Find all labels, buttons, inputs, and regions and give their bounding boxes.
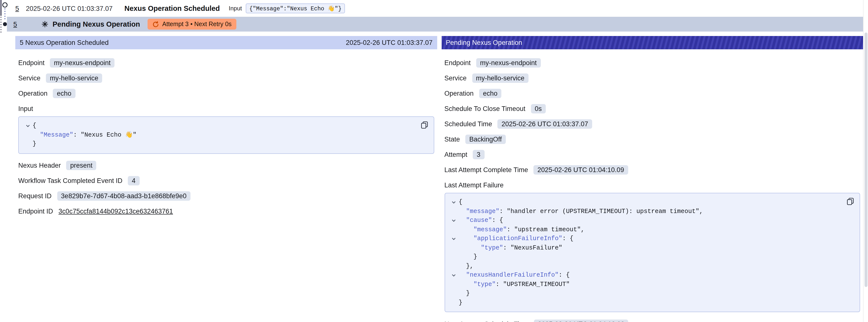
detail-row-operation: Operationecho: [444, 88, 860, 99]
event-id-link[interactable]: 5: [15, 5, 19, 12]
detail-row-endpoint: Endpointmy-nexus-endpoint: [18, 57, 434, 68]
detail-row-workflow-task-completed-event-id: Workflow Task Completed Event ID4: [18, 175, 434, 186]
detail-row-scheduled-time: Scheduled Time2025-02-26 UTC 01:03:37.07: [444, 118, 860, 129]
detail-row-next-attempt-schedule-time: Next Attempt Schedule Time2025-02-26 UTC…: [444, 319, 860, 322]
detail-row-attempt: Attempt3: [444, 149, 860, 160]
code-line-text: "applicationFailureInfo": {: [459, 234, 574, 243]
retry-icon: [153, 21, 159, 27]
code-line-text: "message": "upstream timeout",: [459, 225, 585, 234]
copy-icon[interactable]: [421, 121, 428, 129]
detail-row-endpoint-id: Endpoint ID3c0c75ccfa8144b092c13ce632463…: [18, 206, 434, 217]
code-gutter: [449, 289, 459, 298]
detail-label: Endpoint: [444, 59, 471, 66]
detail-label: Schedule To Close Timeout: [444, 105, 525, 112]
detail-label: Scheduled Time: [444, 120, 492, 127]
pending-node-icon: [3, 22, 7, 26]
retry-attempt-text: Attempt 3 • Next Retry 0s: [162, 21, 232, 28]
event-input-label: Input: [229, 5, 242, 12]
event-timestamp: 2025-02-26 UTC 01:03:37.07: [26, 5, 113, 12]
code-line-text: "type": "UPSTREAM_TIMEOUT": [459, 280, 570, 289]
event-title: Nexus Operation Scheduled: [124, 4, 220, 12]
scrollbar-thumb[interactable]: [865, 33, 868, 287]
detail-label: Last Attempt Failure: [444, 181, 503, 189]
code-line-text: }: [33, 139, 36, 149]
endpoint-id-link[interactable]: 3c0c75ccfa8144b092c13ce632463761: [59, 207, 173, 215]
code-line-text: }: [459, 253, 477, 262]
event-node-icon: [3, 3, 7, 7]
code-line-text: }: [459, 289, 470, 298]
detail-row-endpoint: Endpointmy-nexus-endpoint: [444, 57, 860, 68]
code-gutter: [449, 243, 459, 253]
scrollbar[interactable]: [863, 0, 868, 322]
pending-id-link[interactable]: 5: [13, 21, 17, 28]
detail-label: Attempt: [444, 151, 467, 158]
code-line-text: "type": "NexusFailure": [459, 243, 562, 253]
detail-label: Request ID: [18, 192, 52, 200]
code-gutter: [449, 253, 459, 262]
detail-label: Service: [18, 74, 40, 82]
collapse-chevron-icon[interactable]: [449, 271, 459, 280]
input-json-block: { "Message": "Nexus Echo 👋"}: [18, 117, 434, 154]
attempt-value-badge: 3: [473, 150, 484, 159]
detail-label: Service: [444, 74, 467, 82]
code-line-text: "nexusHandlerFailureInfo": {: [459, 271, 570, 280]
detail-label: Nexus Header: [18, 162, 61, 169]
code-gutter: [449, 280, 459, 289]
pending-panel-title: Pending Nexus Operation: [446, 39, 522, 46]
operation-value-badge: echo: [53, 89, 75, 98]
event-panel-timestamp: 2025-02-26 UTC 01:03:37.07: [346, 39, 433, 46]
code-line-text: {: [33, 121, 36, 130]
pending-title: Pending Nexus Operation: [53, 20, 140, 28]
detail-label: Operation: [18, 90, 48, 97]
endpoint-value-badge: my-nexus-endpoint: [476, 58, 541, 67]
last-attempt-failure-json-block: { "message": "handler error (UPSTREAM_TI…: [444, 193, 860, 312]
detail-row-request-id: Request ID3e829b7e-7d67-4b08-aad3-b1e868…: [18, 191, 434, 201]
operation-value-badge: echo: [479, 89, 502, 98]
event-input-chip: {"Message":"Nexus Echo 👋"}: [246, 3, 345, 13]
detail-label: Endpoint ID: [18, 207, 53, 215]
collapse-chevron-icon[interactable]: [449, 216, 459, 225]
code-gutter: [449, 262, 459, 271]
detail-label: Operation: [444, 90, 474, 97]
detail-row-schedule-to-close-timeout: Schedule To Close Timeout0s: [444, 103, 860, 114]
detail-row-last-attempt-failure: Last Attempt Failure: [444, 180, 860, 190]
detail-row-nexus-header: Nexus Headerpresent: [18, 160, 434, 171]
detail-label: Last Attempt Complete Time: [444, 166, 528, 173]
event-panel-header: 5 Nexus Operation Scheduled 2025-02-26 U…: [15, 36, 437, 49]
scheduled-time-value-badge: 2025-02-26 UTC 01:03:37.07: [498, 119, 592, 128]
event-detail-panel: 5 Nexus Operation Scheduled 2025-02-26 U…: [15, 36, 437, 221]
event-panel-title: 5 Nexus Operation Scheduled: [20, 39, 108, 46]
detail-row-operation: Operationecho: [18, 88, 434, 99]
next-attempt-schedule-time-value-badge: 2025-02-26 UTC 01:04:13.93: [534, 319, 628, 322]
detail-label: Next Attempt Schedule Time: [444, 320, 528, 322]
collapse-chevron-icon[interactable]: [449, 234, 459, 243]
code-line-text: }: [459, 298, 462, 307]
code-line-text: "Message": "Nexus Echo 👋": [33, 130, 136, 139]
code-gutter: [449, 298, 459, 307]
detail-panels: 5 Nexus Operation Scheduled 2025-02-26 U…: [15, 36, 863, 322]
event-panel-body: Endpointmy-nexus-endpointServicemy-hello…: [15, 49, 437, 217]
collapse-chevron-icon[interactable]: [449, 198, 459, 207]
pending-panel-body: Endpointmy-nexus-endpointServicemy-hello…: [441, 49, 863, 322]
copy-icon[interactable]: [847, 198, 854, 205]
nexus-header-value-badge: present: [66, 161, 96, 170]
pending-asterisk-icon: [41, 21, 48, 28]
pending-operation-row[interactable]: 5 Pending Nexus Operation Attempt 3 • Ne…: [7, 17, 863, 32]
detail-label: Workflow Task Completed Event ID: [18, 177, 122, 185]
service-value-badge: my-hello-service: [46, 73, 102, 83]
pending-panel-header: Pending Nexus Operation: [441, 36, 863, 49]
collapse-chevron-icon[interactable]: [23, 121, 33, 130]
detail-row-service: Servicemy-hello-service: [444, 72, 860, 83]
detail-row-input: Input: [18, 103, 434, 114]
code-gutter: [449, 225, 459, 234]
schedule-to-close-timeout-value-badge: 0s: [531, 104, 546, 113]
retry-attempt-badge: Attempt 3 • Next Retry 0s: [148, 19, 237, 30]
state-value-badge: BackingOff: [465, 134, 506, 144]
code-line-text: },: [459, 262, 473, 271]
last-attempt-complete-time-value-badge: 2025-02-26 UTC 01:04:10.09: [533, 165, 628, 174]
event-summary-row[interactable]: 5 2025-02-26 UTC 01:03:37.07 Nexus Opera…: [11, 0, 863, 17]
code-gutter: [23, 139, 33, 149]
request-id-value-badge: 3e829b7e-7d67-4b08-aad3-b1e868bfe9e0: [57, 191, 190, 201]
detail-label: Input: [18, 105, 33, 112]
pending-detail-panel: Pending Nexus Operation Endpointmy-nexus…: [441, 36, 863, 322]
